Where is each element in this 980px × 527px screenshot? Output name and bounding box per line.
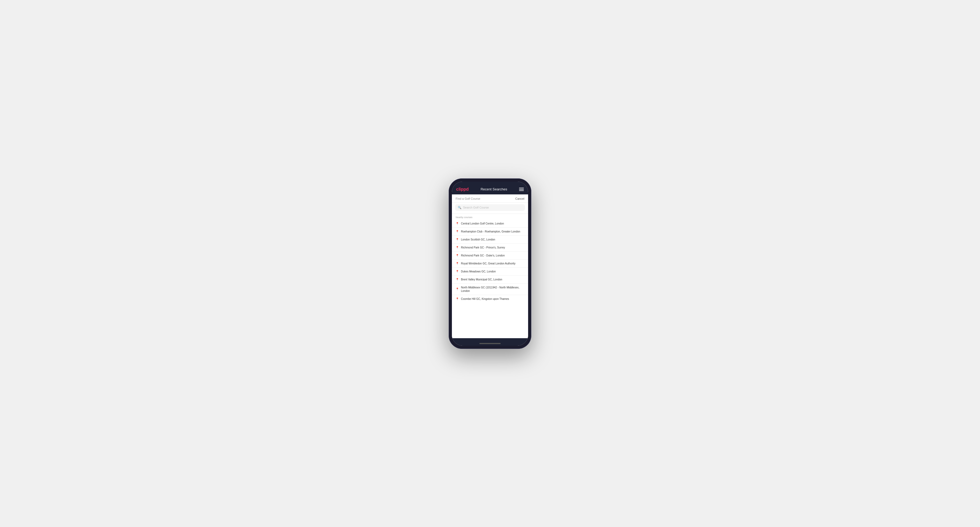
course-name: Roehampton Club - Roehampton, Greater Lo… (461, 230, 520, 233)
location-icon: 📍 (456, 287, 459, 290)
course-name: Richmond Park GC - Prince's, Surrey (461, 246, 505, 249)
status-bar (452, 182, 528, 185)
find-title: Find a Golf Course (456, 197, 480, 200)
list-item[interactable]: 📍 Coombe Hill GC, Kingston upon Thames (452, 295, 528, 303)
course-name: Royal Wimbledon GC, Great London Authori… (461, 262, 515, 265)
nav-bar: clippd Recent Searches (452, 185, 528, 194)
list-item[interactable]: 📍 Roehampton Club - Roehampton, Greater … (452, 228, 528, 236)
list-item[interactable]: 📍 Central London Golf Centre, London (452, 220, 528, 228)
home-bar (479, 343, 501, 344)
course-name: Richmond Park GC - Duke's, London (461, 254, 505, 257)
list-item[interactable]: 📍 North Middlesex GC (1011942 - North Mi… (452, 284, 528, 295)
list-item[interactable]: 📍 Royal Wimbledon GC, Great London Autho… (452, 260, 528, 268)
search-input[interactable]: Search Golf Course (463, 206, 489, 209)
list-item[interactable]: 📍 Richmond Park GC - Duke's, London (452, 252, 528, 260)
location-icon: 📍 (456, 297, 459, 300)
location-icon: 📍 (456, 238, 459, 241)
app-logo: clippd (456, 187, 469, 192)
location-icon: 📍 (456, 254, 459, 257)
find-header: Find a Golf Course Cancel (452, 194, 528, 203)
location-icon: 📍 (456, 230, 459, 233)
nearby-label: Nearby courses (452, 214, 528, 220)
hamburger-menu-icon[interactable] (519, 188, 524, 191)
list-item[interactable]: 📍 Brent Valley Municipal GC, London (452, 276, 528, 284)
course-name: Coombe Hill GC, Kingston upon Thames (461, 297, 509, 301)
location-icon: 📍 (456, 278, 459, 281)
course-name: Dukes Meadows GC, London (461, 270, 496, 273)
search-box[interactable]: 🔍 Search Golf Course (455, 204, 525, 211)
location-icon: 📍 (456, 246, 459, 249)
location-icon: 📍 (456, 222, 459, 225)
phone-screen: clippd Recent Searches Find a Golf Cours… (452, 182, 528, 346)
phone-frame: clippd Recent Searches Find a Golf Cours… (449, 178, 531, 349)
course-name: Central London Golf Centre, London (461, 222, 504, 225)
list-item[interactable]: 📍 London Scottish GC, London (452, 236, 528, 244)
content-area: Find a Golf Course Cancel 🔍 Search Golf … (452, 194, 528, 338)
list-item[interactable]: 📍 Richmond Park GC - Prince's, Surrey (452, 244, 528, 252)
location-icon: 📍 (456, 270, 459, 273)
search-box-wrap: 🔍 Search Golf Course (452, 203, 528, 214)
location-icon: 📍 (456, 262, 459, 265)
course-name: London Scottish GC, London (461, 238, 495, 241)
nav-title: Recent Searches (480, 187, 508, 191)
search-icon: 🔍 (458, 206, 461, 209)
list-item[interactable]: 📍 Dukes Meadows GC, London (452, 268, 528, 276)
home-indicator (452, 338, 528, 346)
cancel-button[interactable]: Cancel (515, 197, 524, 200)
course-name: Brent Valley Municipal GC, London (461, 278, 502, 281)
course-name: North Middlesex GC (1011942 - North Midd… (461, 286, 524, 293)
courses-section: Nearby courses 📍 Central London Golf Cen… (452, 214, 528, 338)
